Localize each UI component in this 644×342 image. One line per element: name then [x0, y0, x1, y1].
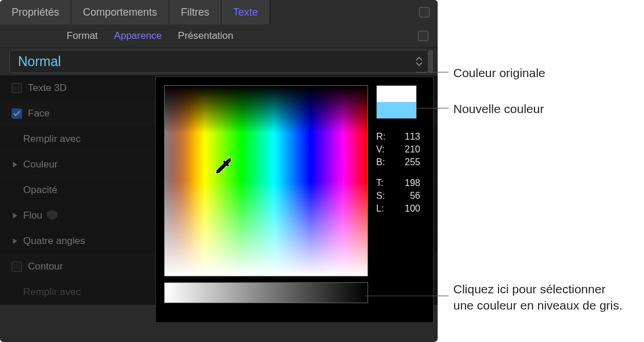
inspector-panel: Propriétés Comportements Filtres Texte F…	[0, 0, 438, 342]
check-icon	[13, 111, 20, 117]
readout-v-label: V:	[376, 144, 385, 155]
readout-l: 100	[398, 203, 420, 214]
color-swatch	[376, 85, 417, 119]
label-opacity: Opacité	[23, 184, 57, 196]
eyedropper-icon	[212, 155, 233, 176]
publish-checkbox-sub[interactable]	[418, 31, 428, 41]
readout-s: 56	[398, 191, 420, 201]
readout-t-label: T:	[376, 178, 385, 188]
subtab-presentation[interactable]: Présentation	[178, 30, 233, 42]
label-blur: Flou	[23, 210, 42, 221]
annotation-original: Couleur originale	[453, 65, 545, 81]
checkbox-outline[interactable]	[12, 261, 22, 272]
color-readout: R:113 V:210 B:255 T:198 S:56 L:100	[376, 132, 420, 214]
label-text3d: Texte 3D	[28, 82, 67, 94]
color-spectrum[interactable]	[164, 85, 368, 276]
label-fourcorners: Quatre angles	[23, 235, 85, 247]
leader-line	[365, 296, 449, 296]
disclosure-triangle-icon[interactable]	[12, 212, 19, 219]
tab-spacer	[270, 0, 438, 24]
label-outline: Contour	[28, 261, 63, 272]
disclosure-triangle-icon[interactable]	[12, 238, 19, 245]
new-color-swatch[interactable]	[377, 102, 416, 118]
readout-b-label: B:	[376, 157, 385, 168]
readout-b: 255	[398, 157, 420, 168]
subtab-appearance[interactable]: Apparence	[114, 30, 162, 42]
preset-stepper[interactable]	[416, 56, 423, 67]
readout-l-label: L:	[376, 203, 385, 214]
tab-behaviors[interactable]: Comportements	[71, 0, 169, 24]
original-color-swatch[interactable]	[377, 86, 416, 102]
annotation-new: Nouvelle couleur	[453, 101, 544, 117]
main-tabs: Propriétés Comportements Filtres Texte	[0, 0, 438, 24]
color-picker-popover: R:113 V:210 B:255 T:198 S:56 L:100	[155, 77, 434, 323]
leader-line	[416, 108, 449, 108]
grayscale-strip[interactable]	[164, 282, 368, 303]
checkbox-face[interactable]	[12, 108, 22, 119]
readout-r-label: R:	[376, 132, 385, 142]
readout-t: 198	[398, 178, 420, 188]
tab-filters[interactable]: Filtres	[169, 0, 221, 24]
chevron-down-icon	[416, 62, 423, 67]
disclosure-triangle-icon[interactable]	[12, 161, 19, 168]
annotation-gray: Cliquez ici pour sélectionner une couleu…	[453, 281, 627, 314]
scroll-handle[interactable]	[428, 50, 433, 73]
preset-dropdown[interactable]: Normal	[9, 50, 428, 73]
readout-v: 210	[398, 144, 420, 155]
preset-label: Normal	[18, 54, 61, 70]
readout-s-label: S:	[376, 191, 385, 201]
tab-text[interactable]: Texte	[221, 0, 270, 24]
label-face: Face	[28, 108, 50, 119]
shield-icon	[47, 210, 57, 221]
preset-row: Normal	[0, 48, 438, 75]
subtab-format[interactable]: Format	[67, 30, 98, 42]
leader-line	[416, 72, 449, 72]
chevron-up-icon	[416, 56, 423, 61]
tab-properties[interactable]: Propriétés	[0, 0, 71, 24]
label-fillwith2: Remplir avec	[23, 286, 81, 298]
checkbox-text3d[interactable]	[12, 83, 22, 93]
label-color: Couleur	[23, 159, 58, 170]
readout-r: 113	[398, 132, 420, 142]
label-fillwith: Remplir avec	[23, 133, 81, 145]
publish-checkbox-top[interactable]	[419, 7, 430, 17]
sub-tabs: Format Apparence Présentation	[0, 24, 438, 48]
